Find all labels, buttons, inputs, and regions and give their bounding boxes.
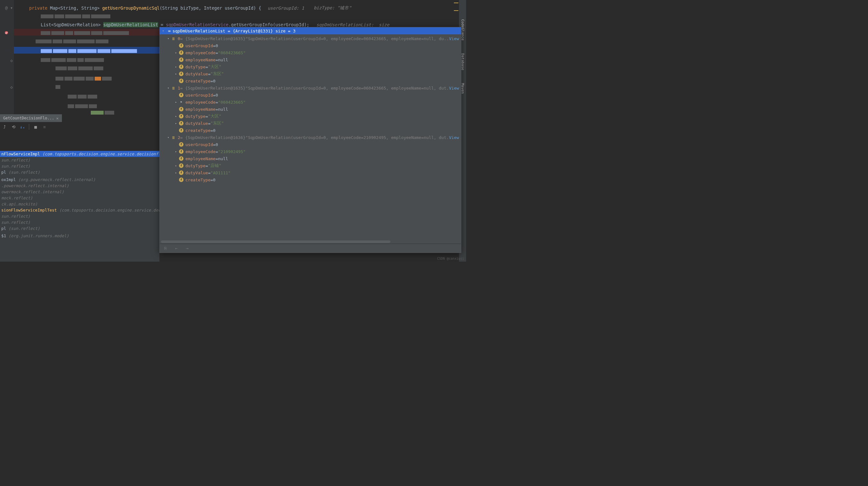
variables-tree[interactable]: ▾ ≡ 0 = {SqpDmUserRelation@1635} "SqpDmU… — [160, 34, 461, 244]
field-icon: f — [179, 142, 184, 147]
inline-hint: bizType: "城市" — [314, 5, 351, 11]
field-row[interactable]: f employeeName = null — [160, 56, 461, 63]
view-link[interactable]: View — [449, 135, 459, 140]
caret-icon[interactable]: ▸ — [175, 164, 179, 167]
array-item-row[interactable]: ▾ ≡ 2 = {SqpDmUserRelation@1636} "SqpDmU… — [160, 134, 461, 141]
back-icon[interactable]: ← — [174, 246, 179, 251]
inline-hint: userGroupId: 1 — [268, 5, 304, 10]
field-row[interactable]: ▸ f dutyValue = "AD1111" — [160, 169, 461, 176]
array-icon: ≡ — [171, 86, 176, 90]
horizontal-scrollbar[interactable] — [161, 240, 391, 243]
type: Map<String, String> — [50, 5, 99, 10]
text: = — [158, 22, 166, 27]
inline-hint: size — [379, 22, 390, 27]
field-row[interactable]: f employeeName = null — [160, 155, 461, 162]
breakpoint-icon[interactable] — [4, 30, 9, 35]
caret-icon[interactable]: ▸ — [175, 122, 179, 125]
more-icon[interactable]: ≡ — [42, 124, 47, 130]
stack-frame[interactable]: sun.reflect) — [0, 163, 159, 169]
stack-frame[interactable]: .powermock.reflect.internal) — [0, 183, 159, 189]
stack-frame[interactable]: sun.reflect) — [0, 157, 159, 163]
caret-icon[interactable]: ▸ — [175, 150, 179, 153]
tab-label: GetCountDecisionFlo... — [3, 116, 54, 120]
field-row[interactable]: ▸ f dutyType = "店铺" — [160, 162, 461, 169]
field-row[interactable]: ▸ f employeeCode = "210902495" — [160, 148, 461, 155]
stack-frame[interactable]: nFlowServiceImpl (com.topsports.decision… — [0, 151, 159, 157]
stack-frame[interactable]: ck.api.mockito) — [0, 201, 159, 207]
refresh-icon[interactable]: ⟲ — [11, 124, 16, 130]
caret-down-icon[interactable]: ▾ — [167, 86, 171, 90]
field-row[interactable]: f createType = 0 — [160, 77, 461, 84]
params: (String bizType, Integer userGroupId) { — [159, 5, 261, 10]
field-icon: f — [179, 57, 184, 62]
stack-frame[interactable]: mock.reflect) — [0, 195, 159, 201]
variable-root-row[interactable]: ▾ ∞ sqpDmUserRelationList = {ArrayList@1… — [160, 27, 461, 34]
field-row[interactable]: f employeeName = null — [160, 106, 461, 113]
caret-icon[interactable]: ▸ — [175, 101, 179, 104]
caret-down-icon[interactable]: ▾ — [167, 136, 171, 139]
debug-tab[interactable]: GetCountDecisionFlo... × — [0, 114, 62, 122]
field-icon: f — [179, 50, 184, 55]
field-icon: f — [179, 170, 184, 175]
filter-icon[interactable]: ↓ₓ — [20, 124, 25, 130]
field-row[interactable]: ▸ f employeeCode = "060423665" — [160, 49, 461, 56]
restart-frame-icon[interactable]: ⤴ — [2, 124, 7, 130]
field-icon: f — [179, 43, 184, 48]
field-row[interactable]: ▸ ⚑ employeeCode = "060423665" — [160, 98, 461, 106]
caret-icon[interactable]: ▸ — [175, 51, 179, 54]
field-row[interactable]: f createType = 0 — [160, 176, 461, 183]
array-item-row[interactable]: ▾ ≡ 1 = {SqpDmUserRelation@1635} "SqpDmU… — [160, 84, 461, 91]
field-icon: f — [179, 93, 184, 97]
field-icon: f — [179, 114, 184, 118]
stack-frame[interactable]: sun.reflect) — [0, 219, 159, 225]
variable: sqpDmUserRelationList — [103, 22, 158, 27]
field-icon: f — [179, 163, 184, 168]
field-row[interactable]: ▸ f dutyValue = "东区" — [160, 120, 461, 127]
forward-icon[interactable]: → — [185, 246, 190, 251]
keyword: private — [29, 5, 48, 10]
stack-frame[interactable]: pl (sun.reflect) — [0, 169, 159, 175]
fold-icon[interactable]: ◇ — [9, 58, 14, 63]
field-row[interactable]: ▸ f dutyValue = "东区" — [160, 70, 461, 77]
link-icon: ∞ — [168, 29, 170, 33]
field-row[interactable]: ▸ f dutyType = "大区" — [160, 113, 461, 120]
field-icon: f — [179, 149, 184, 154]
stack-frame[interactable]: oxImpl (org.powermock.reflect.internal) — [0, 176, 159, 183]
override-icon[interactable]: @ — [4, 5, 9, 10]
field-row[interactable]: f userGroupId = 0 — [160, 42, 461, 49]
caret-down-icon[interactable]: ▾ — [167, 37, 171, 40]
field-icon: f — [179, 79, 184, 83]
method-name: getUserGroupDynamicSql — [102, 5, 160, 10]
stack-frame[interactable]: sionFlowServiceImplTest (com.topsports.d… — [0, 207, 159, 213]
collapse-icon[interactable]: ▾ — [9, 5, 14, 10]
call: .getUserGroupInfo(userGroupId); — [228, 22, 309, 27]
popup-footer: ⎘ ← → — [160, 244, 461, 253]
stack-frame[interactable]: pl (sun.reflect) — [0, 225, 159, 231]
array-icon: ≡ — [171, 36, 176, 41]
stack-frame[interactable]: owermock.reflect.internal) — [0, 189, 159, 195]
array-item-row[interactable]: ▾ ≡ 0 = {SqpDmUserRelation@1635} "SqpDmU… — [160, 35, 461, 42]
copy-icon[interactable]: ⎘ — [163, 246, 168, 251]
layout-icon[interactable]: ▦ — [33, 124, 38, 130]
frames-panel[interactable]: nFlowServiceImpl (com.topsports.decision… — [0, 151, 159, 262]
variables-popup: ▾ ∞ sqpDmUserRelationList = {ArrayList@1… — [159, 27, 461, 253]
view-link[interactable]: View — [449, 36, 459, 41]
field-icon: f — [179, 72, 184, 76]
stack-frame[interactable]: $1 (org.junit.runners.model) — [0, 233, 159, 239]
field-row[interactable]: f createType = 0 — [160, 127, 461, 134]
caret-down-icon[interactable]: ▾ — [162, 29, 166, 32]
field-row[interactable]: f userGroupId = 0 — [160, 141, 461, 148]
fold-icon[interactable]: ◇ — [9, 84, 14, 90]
stack-frame[interactable]: sun.reflect) — [0, 213, 159, 219]
field-row[interactable]: f userGroupId = 0 — [160, 91, 461, 98]
close-icon[interactable]: × — [56, 116, 59, 121]
caret-icon[interactable]: ▸ — [175, 65, 179, 68]
field-icon: f — [179, 121, 184, 125]
array-icon: ≡ — [171, 135, 176, 140]
field-row[interactable]: ▸ f dutyType = "大区" — [160, 63, 461, 70]
caret-icon[interactable]: ▸ — [175, 72, 179, 76]
caret-icon[interactable]: ▸ — [175, 115, 179, 118]
caret-icon[interactable]: ▸ — [175, 171, 179, 174]
inline-hint: sqpDmUserRelationList: — [316, 22, 374, 27]
view-link[interactable]: View — [449, 86, 459, 90]
